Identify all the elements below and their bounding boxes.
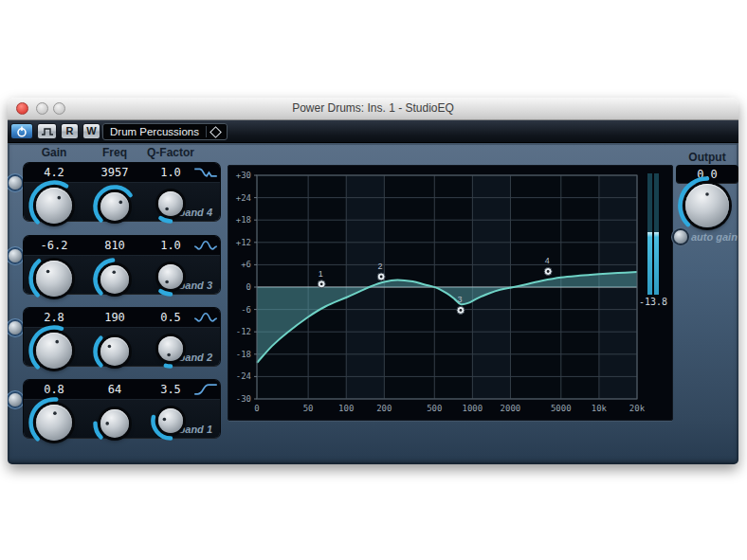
- band-freq-value[interactable]: 190: [94, 311, 136, 324]
- svg-text:20k: 20k: [629, 404, 646, 413]
- svg-text:+18: +18: [236, 215, 251, 225]
- eq-plot[interactable]: +30+24+18+12+60-6-12-18-24-3005010020050…: [228, 165, 673, 421]
- svg-text:+30: +30: [236, 171, 251, 180]
- band-q-knob[interactable]: [150, 400, 191, 442]
- band-gain-value[interactable]: 4.2: [33, 166, 75, 179]
- eq-band-module: 4.2 3957 1.0 band 4: [8, 163, 228, 231]
- svg-text:-12: -12: [236, 327, 251, 336]
- svg-text:0: 0: [246, 282, 251, 292]
- preset-name: Drum Percussions: [103, 126, 206, 137]
- band-freq-knob[interactable]: [92, 329, 137, 374]
- write-automation-button[interactable]: W: [82, 123, 100, 139]
- svg-text:10k: 10k: [592, 404, 608, 413]
- output-gain-knob[interactable]: [677, 175, 738, 236]
- band-enable-button[interactable]: [9, 176, 22, 190]
- svg-text:-30: -30: [236, 394, 251, 404]
- svg-text:200: 200: [376, 404, 392, 413]
- band-enable-button[interactable]: [9, 321, 22, 334]
- eq-band-module: -6.2 810 1.0 band 3: [8, 236, 228, 304]
- band-q-value[interactable]: 0.5: [150, 311, 191, 324]
- svg-text:50: 50: [303, 404, 314, 413]
- band-freq-knob[interactable]: [92, 184, 137, 229]
- band-freq-value[interactable]: 3957: [94, 166, 136, 179]
- band-curve-type-icon[interactable]: [193, 310, 218, 324]
- svg-text:-24: -24: [236, 371, 251, 381]
- power-button[interactable]: [10, 123, 33, 139]
- band-q-value[interactable]: 3.5: [150, 383, 191, 396]
- window-title: Power Drums: Ins. 1 - StudioEQ: [8, 101, 738, 115]
- band-freq-knob[interactable]: [92, 257, 137, 302]
- band-enable-button[interactable]: [9, 393, 22, 406]
- svg-text:2: 2: [378, 262, 383, 271]
- bypass-button[interactable]: [37, 123, 57, 139]
- meter-peak-readout: -13.8: [630, 297, 676, 307]
- eq-band-module: 0.8 64 3.5 band 1: [8, 380, 228, 448]
- svg-text:2000: 2000: [501, 404, 521, 413]
- svg-text:1: 1: [319, 269, 323, 279]
- band-curve-type-icon[interactable]: [193, 382, 218, 396]
- preset-selector[interactable]: Drum Percussions: [102, 123, 228, 140]
- read-automation-button[interactable]: R: [61, 123, 79, 139]
- band-freq-value[interactable]: 64: [94, 383, 136, 396]
- svg-text:+12: +12: [236, 238, 251, 247]
- output-level-meter: [647, 173, 659, 295]
- bypass-icon: [41, 127, 54, 136]
- output-header: Output: [677, 151, 738, 164]
- band-gain-knob[interactable]: [27, 252, 81, 305]
- svg-text:-18: -18: [236, 350, 251, 359]
- band-gain-value[interactable]: 2.8: [33, 311, 75, 324]
- svg-text:100: 100: [338, 404, 354, 413]
- band-q-value[interactable]: 1.0: [150, 166, 191, 179]
- band-q-value[interactable]: 1.0: [150, 239, 191, 252]
- preset-diamond-icon: [210, 126, 222, 138]
- band-gain-knob[interactable]: [27, 324, 81, 377]
- screenshot-canvas: Power Drums: Ins. 1 - StudioEQ R W: [0, 0, 747, 560]
- band-q-knob[interactable]: [150, 256, 191, 298]
- svg-text:-6: -6: [241, 305, 251, 315]
- svg-text:500: 500: [427, 404, 442, 413]
- svg-text:3: 3: [457, 295, 462, 304]
- plugin-toolbar: R W Drum Percussions: [8, 120, 738, 143]
- meter-bar-left: [647, 173, 652, 295]
- meter-bar-right: [654, 173, 659, 295]
- band-enable-button[interactable]: [9, 249, 22, 262]
- band-gain-knob[interactable]: [27, 396, 81, 449]
- gain-column-header: Gain: [35, 146, 73, 159]
- q-factor-column-header: Q-Factor: [147, 146, 194, 159]
- band-gain-value[interactable]: 0.8: [33, 383, 75, 396]
- power-icon: [16, 126, 27, 137]
- eq-graph-panel: +30+24+18+12+60-6-12-18-24-3005010020050…: [228, 165, 673, 421]
- svg-text:5000: 5000: [551, 404, 572, 413]
- plugin-window: Power Drums: Ins. 1 - StudioEQ R W: [8, 98, 738, 464]
- svg-text:0: 0: [254, 404, 259, 413]
- svg-text:+6: +6: [241, 260, 251, 269]
- band-q-knob[interactable]: [150, 183, 191, 225]
- band-freq-knob[interactable]: [92, 401, 137, 446]
- svg-text:4: 4: [545, 256, 550, 265]
- svg-text:+24: +24: [236, 193, 251, 203]
- band-freq-value[interactable]: 810: [94, 239, 136, 252]
- svg-text:1000: 1000: [463, 404, 483, 413]
- band-curve-type-icon[interactable]: [193, 238, 218, 252]
- band-gain-value[interactable]: -6.2: [33, 239, 75, 252]
- title-bar[interactable]: Power Drums: Ins. 1 - StudioEQ: [8, 98, 738, 120]
- band-q-knob[interactable]: [150, 328, 191, 370]
- freq-column-header: Freq: [96, 146, 134, 159]
- plugin-body: Gain Freq Q-Factor 4.2 3957 1.0 band 4 -…: [8, 143, 738, 464]
- eq-band-module: 2.8 190 0.5 band 2: [8, 308, 228, 376]
- band-gain-knob[interactable]: [27, 179, 81, 232]
- band-curve-type-icon[interactable]: [193, 165, 218, 179]
- preset-divider: [206, 126, 207, 137]
